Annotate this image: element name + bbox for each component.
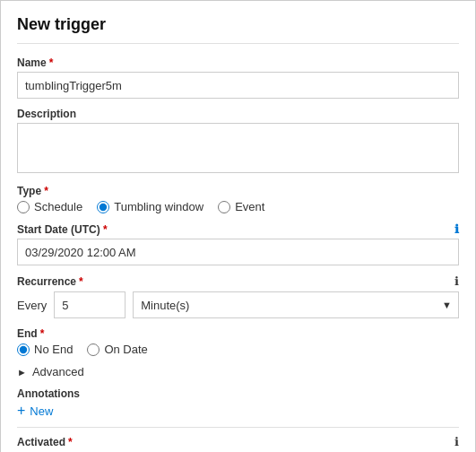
- end-on-date-label: On Date: [104, 343, 147, 356]
- divider: [17, 427, 459, 428]
- start-date-field-group: Start Date (UTC) * ℹ: [17, 222, 459, 265]
- type-event-option[interactable]: Event: [218, 200, 264, 213]
- description-input[interactable]: [17, 123, 459, 173]
- name-label: Name *: [17, 56, 459, 69]
- end-no-end-option[interactable]: No End: [17, 343, 73, 356]
- every-label: Every: [17, 299, 47, 312]
- recurrence-header: Recurrence * ℹ: [17, 274, 459, 288]
- type-event-radio[interactable]: [218, 201, 230, 213]
- activated-field-group: Activated * ℹ Yes No: [17, 435, 459, 452]
- recurrence-unit-wrapper: Minute(s) Hour(s) Day(s) Week(s) Month(s…: [133, 291, 459, 318]
- name-input[interactable]: [17, 72, 459, 99]
- dialog-title: New trigger: [17, 15, 459, 44]
- add-annotation-label: New: [30, 404, 53, 418]
- start-date-label-row: Start Date (UTC) * ℹ: [17, 222, 459, 236]
- activated-info-icon[interactable]: ℹ: [454, 435, 459, 448]
- recurrence-row: Every Minute(s) Hour(s) Day(s) Week(s) M…: [17, 291, 459, 318]
- plus-icon: +: [17, 404, 25, 418]
- recurrence-label: Recurrence *: [17, 275, 83, 288]
- recurrence-info-icon[interactable]: ℹ: [454, 274, 459, 288]
- end-label: End *: [17, 327, 459, 340]
- type-field-group: Type * Schedule Tumbling window Event: [17, 185, 459, 213]
- end-on-date-radio[interactable]: [87, 343, 100, 356]
- activated-label: Activated *: [17, 436, 73, 448]
- recurrence-field-group: Recurrence * ℹ Every Minute(s) Hour(s) D…: [17, 274, 459, 318]
- type-tumbling-option[interactable]: Tumbling window: [97, 200, 203, 213]
- start-date-info-icon[interactable]: ℹ: [454, 222, 459, 236]
- type-event-label: Event: [235, 200, 264, 213]
- type-tumbling-radio[interactable]: [97, 201, 109, 213]
- annotations-label: Annotations: [17, 387, 459, 400]
- type-schedule-option[interactable]: Schedule: [17, 200, 82, 213]
- add-annotation-button[interactable]: + New: [17, 404, 53, 418]
- advanced-section[interactable]: ► Advanced: [17, 365, 459, 378]
- activated-header: Activated * ℹ: [17, 435, 459, 448]
- type-schedule-radio[interactable]: [17, 201, 30, 213]
- end-no-end-label: No End: [34, 343, 73, 356]
- advanced-label: Advanced: [32, 365, 84, 378]
- end-radio-group: No End On Date: [17, 343, 459, 356]
- start-date-input[interactable]: [17, 239, 459, 265]
- description-label: Description: [17, 108, 459, 120]
- type-tumbling-label: Tumbling window: [114, 200, 203, 213]
- type-schedule-label: Schedule: [34, 200, 82, 213]
- annotations-field-group: Annotations + New: [17, 387, 459, 418]
- description-field-group: Description: [17, 108, 459, 176]
- advanced-chevron-icon: ►: [17, 367, 27, 378]
- start-date-label: Start Date (UTC) *: [17, 223, 108, 236]
- end-no-end-radio[interactable]: [17, 343, 30, 356]
- end-field-group: End * No End On Date: [17, 327, 459, 356]
- type-label: Type *: [17, 185, 459, 197]
- new-trigger-dialog: New trigger Name * Description Type * Sc…: [0, 0, 476, 452]
- name-field-group: Name *: [17, 56, 459, 99]
- recurrence-value-input[interactable]: [54, 291, 125, 318]
- end-on-date-option[interactable]: On Date: [87, 343, 147, 356]
- type-radio-group: Schedule Tumbling window Event: [17, 200, 459, 213]
- recurrence-unit-select[interactable]: Minute(s) Hour(s) Day(s) Week(s) Month(s…: [133, 291, 459, 318]
